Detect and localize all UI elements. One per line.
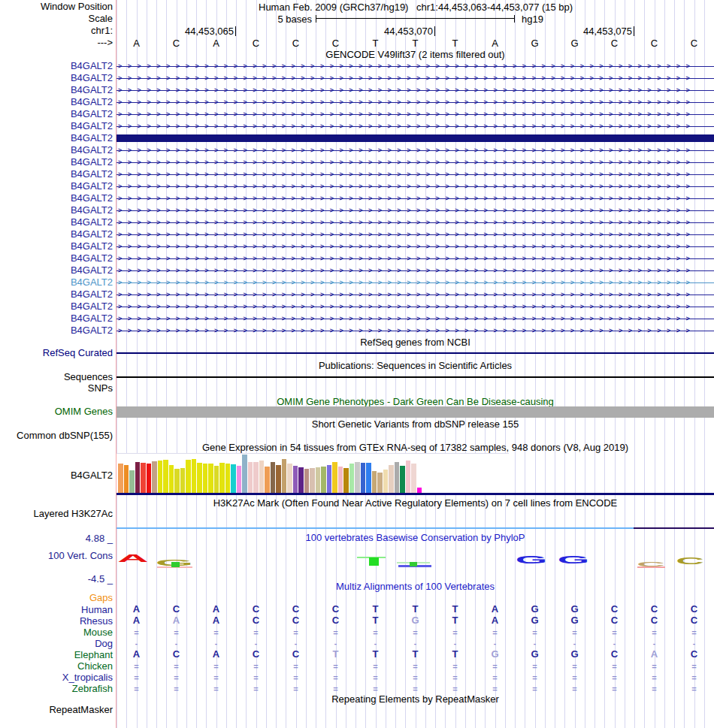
gtex-tissue-bar[interactable] <box>406 461 411 494</box>
gtex-tissue-bar[interactable] <box>389 465 394 494</box>
transcript-row[interactable]: >>>>>>>>>>>>>>>>>>>>>>>>>>>>>>>>>>>>>>>>… <box>116 325 714 337</box>
transcript-row[interactable]: >>>>>>>>>>>>>>>>>>>>>>>>>>>>>>>>>>>>>>>>… <box>116 156 714 168</box>
gencode-gene-label[interactable]: B4GALT2 <box>71 181 113 191</box>
gtex-tissue-bar[interactable] <box>129 470 135 494</box>
gtex-tissue-bar[interactable] <box>400 466 405 494</box>
gtex-tissue-bar[interactable] <box>231 464 236 494</box>
multiz-species-label[interactable]: Zebrafish <box>72 684 113 693</box>
transcript-row[interactable]: >>>>>>>>>>>>>>>>>>>>>>>>>>>>>>>>>>>>>>>>… <box>116 264 714 276</box>
gtex-tissue-bar[interactable] <box>124 465 129 494</box>
gencode-gene-label[interactable]: B4GALT2 <box>71 97 113 107</box>
transcript-row[interactable]: >>>>>>>>>>>>>>>>>>>>>>>>>>>>>>>>>>>>>>>>… <box>116 313 714 325</box>
gtex-tissue-bar[interactable] <box>383 470 389 494</box>
track-label-gtex-gene[interactable]: B4GALT2 <box>71 470 113 480</box>
transcript-row[interactable]: >>>>>>>>>>>>>>>>>>>>>>>>>>>>>>>>>>>>>>>>… <box>116 192 714 204</box>
transcript-row[interactable]: >>>>>>>>>>>>>>>>>>>>>>>>>>>>>>>>>>>>>>>>… <box>116 240 714 252</box>
gencode-gene-label[interactable]: B4GALT2 <box>71 85 113 95</box>
gtex-tissue-bar[interactable] <box>366 463 371 494</box>
gtex-tissue-bar[interactable] <box>377 473 383 494</box>
gtex-tissue-bar[interactable] <box>158 461 163 494</box>
gtex-tissue-bar[interactable] <box>219 463 225 494</box>
transcript-row[interactable]: >>>>>>>>>>>>>>>>>>>>>>>>>>>>>>>>>>>>>>>>… <box>116 84 714 96</box>
track-label-refseq-curated[interactable]: RefSeq Curated <box>43 348 113 358</box>
gtex-tissue-bar[interactable] <box>169 465 174 494</box>
gencode-gene-label[interactable]: B4GALT2 <box>71 253 113 263</box>
gtex-tissue-bar[interactable] <box>276 465 281 494</box>
gtex-tissue-bar[interactable] <box>372 471 377 494</box>
gtex-tissue-bar[interactable] <box>349 464 355 494</box>
gencode-gene-label[interactable]: B4GALT2 <box>71 205 113 215</box>
multiz-species-label[interactable]: Dog <box>95 639 113 648</box>
gtex-tissue-bar[interactable] <box>135 462 141 494</box>
transcript-row[interactable]: >>>>>>>>>>>>>>>>>>>>>>>>>>>>>>>>>>>>>>>>… <box>116 228 714 240</box>
track-label-repeatmasker[interactable]: RepeatMasker <box>49 705 113 714</box>
transcript-row[interactable]: >>>>>>>>>>>>>>>>>>>>>>>>>>>>>>>>>>>>>>>>… <box>116 108 714 120</box>
transcript-row[interactable]: >>>>>>>>>>>>>>>>>>>>>>>>>>>>>>>>>>>>>>>>… <box>116 72 714 84</box>
gtex-tissue-bar[interactable] <box>192 459 197 494</box>
gtex-tissue-bar[interactable] <box>203 464 208 494</box>
transcript-row[interactable]: >>>>>>>>>>>>>>>>>>>>>>>>>>>>>>>>>>>>>>>>… <box>116 144 714 156</box>
publications-track-line[interactable] <box>116 376 714 378</box>
gencode-gene-label[interactable]: B4GALT2 <box>71 169 113 179</box>
gtex-tissue-bar[interactable] <box>265 467 270 494</box>
omim-gene-bar[interactable] <box>116 406 714 418</box>
transcript-row[interactable]: >>>>>>>>>>>>>>>>>>>>>>>>>>>>>>>>>>>>>>>>… <box>116 216 714 228</box>
transcript-row[interactable]: >>>>>>>>>>>>>>>>>>>>>>>>>>>>>>>>>>>>>>>>… <box>116 120 714 132</box>
transcript-row[interactable]: >>>>>>>>>>>>>>>>>>>>>>>>>>>>>>>>>>>>>>>>… <box>116 168 714 180</box>
gencode-gene-label[interactable]: B4GALT2 <box>71 289 113 299</box>
transcript-row[interactable]: >>>>>>>>>>>>>>>>>>>>>>>>>>>>>>>>>>>>>>>>… <box>116 288 714 301</box>
gencode-gene-label[interactable]: B4GALT2 <box>71 133 113 143</box>
track-label-omim-genes[interactable]: OMIM Genes <box>55 406 113 416</box>
track-label-sequences[interactable]: Sequences <box>64 372 113 382</box>
gtex-tissue-bar[interactable] <box>321 467 326 494</box>
gtex-tissue-bar[interactable] <box>152 461 157 494</box>
gtex-tissue-bar[interactable] <box>248 462 253 494</box>
gencode-gene-label[interactable]: B4GALT2 <box>71 193 113 203</box>
multiz-species-label[interactable]: Elephant <box>74 650 113 660</box>
gtex-tissue-bar[interactable] <box>225 464 231 494</box>
gtex-tissue-bar[interactable] <box>208 464 213 494</box>
track-label-common-dbsnp[interactable]: Common dbSNP(155) <box>17 430 113 440</box>
gtex-tissue-bar[interactable] <box>298 467 304 494</box>
track-label-conservation[interactable]: 100 Vert. Cons <box>48 551 113 560</box>
track-label-gaps[interactable]: Gaps <box>89 593 113 603</box>
transcript-row[interactable]: >>>>>>>>>>>>>>>>>>>>>>>>>>>>>>>>>>>>>>>>… <box>116 204 714 216</box>
gtex-gene-model-line[interactable] <box>116 493 714 495</box>
gtex-tissue-bar[interactable] <box>282 459 287 494</box>
transcript-row[interactable]: >>>>>>>>>>>>>>>>>>>>>>>>>>>>>>>>>>>>>>>>… <box>116 96 714 108</box>
gtex-tissue-bar[interactable] <box>327 465 332 494</box>
gtex-tissue-bar[interactable] <box>186 460 191 494</box>
gtex-tissue-bar[interactable] <box>304 469 310 494</box>
gtex-tissue-bar[interactable] <box>338 467 343 494</box>
gtex-tissue-bar[interactable] <box>361 463 366 494</box>
gtex-tissue-bar[interactable] <box>271 462 276 494</box>
transcript-row[interactable]: >>>>>>>>>>>>>>>>>>>>>>>>>>>>>>>>>>>>>>>>… <box>116 252 714 264</box>
multiz-species-label[interactable]: Mouse <box>83 627 113 637</box>
gtex-tissue-bar[interactable] <box>237 466 242 494</box>
gtex-tissue-bar[interactable] <box>174 469 180 494</box>
multiz-species-label[interactable]: Human <box>81 605 113 615</box>
gtex-tissue-bar[interactable] <box>242 455 247 494</box>
gtex-tissue-bar[interactable] <box>180 468 186 494</box>
gtex-tissue-bar[interactable] <box>316 467 321 494</box>
multiz-species-label[interactable]: Rhesus <box>80 616 113 626</box>
gencode-gene-label[interactable]: B4GALT2 <box>71 61 113 71</box>
gencode-gene-label[interactable]: B4GALT2 <box>71 241 113 251</box>
transcript-row[interactable] <box>116 132 714 144</box>
gtex-tissue-bar[interactable] <box>310 468 315 494</box>
transcript-row[interactable]: >>>>>>>>>>>>>>>>>>>>>>>>>>>>>>>>>>>>>>>>… <box>116 276 714 288</box>
gencode-gene-label[interactable]: B4GALT2 <box>71 301 113 311</box>
gencode-gene-label[interactable]: B4GALT2 <box>71 109 113 119</box>
multiz-species-label[interactable]: X_tropicalis <box>62 672 113 682</box>
gtex-tissue-bar[interactable] <box>287 464 292 494</box>
gtex-tissue-bar[interactable] <box>197 463 202 494</box>
transcript-row[interactable]: >>>>>>>>>>>>>>>>>>>>>>>>>>>>>>>>>>>>>>>>… <box>116 180 714 192</box>
track-label-h3k27ac[interactable]: Layered H3K27Ac <box>33 509 113 518</box>
multiz-species-label[interactable]: Chicken <box>77 661 113 671</box>
gencode-gene-label[interactable]: B4GALT2 <box>71 121 113 131</box>
gencode-gene-label[interactable]: B4GALT2 <box>71 277 113 287</box>
gtex-tissue-bar[interactable] <box>163 460 168 494</box>
gtex-tissue-bar[interactable] <box>343 468 349 494</box>
refseq-track-line[interactable] <box>116 352 714 354</box>
gtex-tissue-bar[interactable] <box>118 464 123 494</box>
